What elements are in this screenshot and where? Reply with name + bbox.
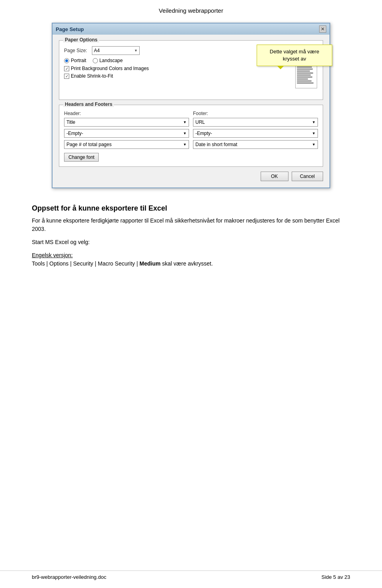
- page-title: Veiledning webrapporter: [0, 0, 382, 19]
- page-size-label: Page Size:: [64, 48, 92, 53]
- footer-left: br9-webrapporter-veiledning.doc: [32, 574, 106, 580]
- engelsk-versjon-label: Engelsk versjon:: [32, 252, 73, 258]
- dialog-area: Dette valget må være krysset av Page Set…: [48, 23, 334, 188]
- print-bg-checkbox-box: ✓: [64, 66, 69, 71]
- dialog-close-button[interactable]: ✕: [319, 25, 326, 33]
- dialog-buttons: OK Cancel: [59, 172, 323, 181]
- header-column: Header: Title ▼ -Empty- ▼ Page # of tota…: [64, 111, 189, 151]
- paragraph-2: Start MS Excel og velg:: [32, 238, 350, 246]
- footer-select-3[interactable]: Date in short format ▼: [193, 140, 318, 149]
- change-font-button[interactable]: Change font: [64, 153, 99, 162]
- shrink-checkbox-box: ✓: [64, 74, 69, 79]
- footer-column-label: Footer:: [193, 111, 318, 116]
- dialog-title: Page Setup: [56, 26, 84, 32]
- header-column-label: Header:: [64, 111, 189, 116]
- chevron-down-icon: ▼: [134, 49, 138, 53]
- paper-options-label: Paper Options: [63, 37, 99, 43]
- landscape-radio-circle: [93, 58, 98, 63]
- portrait-radio-circle: [64, 58, 69, 63]
- header-select-1[interactable]: Title ▼: [64, 118, 189, 127]
- chevron-down-icon: ▼: [312, 143, 316, 147]
- chevron-down-icon: ▼: [183, 131, 187, 135]
- header-select-2[interactable]: -Empty- ▼: [64, 129, 189, 138]
- paragraph-3: Engelsk versjon: Tools | Options | Secur…: [32, 251, 350, 268]
- header-select-3[interactable]: Page # of total pages ▼: [64, 140, 189, 149]
- tooltip-balloon: Dette valget må være krysset av: [257, 45, 332, 66]
- footer-select-2[interactable]: -Empty- ▼: [193, 129, 318, 138]
- page-footer: br9-webrapporter-veiledning.doc Side 5 a…: [0, 570, 382, 580]
- cancel-button[interactable]: Cancel: [292, 172, 323, 181]
- main-content: Oppsett for å kunne eksportere til Excel…: [0, 200, 382, 281]
- chevron-down-icon: ▼: [312, 120, 316, 124]
- ok-button[interactable]: OK: [261, 172, 288, 181]
- portrait-radio[interactable]: Portrait: [64, 58, 86, 63]
- hf-columns: Header: Title ▼ -Empty- ▼ Page # of tota…: [64, 111, 318, 151]
- section-heading: Oppsett for å kunne eksportere til Excel: [32, 204, 350, 213]
- chevron-down-icon: ▼: [183, 120, 187, 124]
- footer-column: Footer: URL ▼ -Empty- ▼ Date in short fo…: [193, 111, 318, 151]
- dialog-titlebar: Page Setup ✕: [53, 23, 329, 35]
- hf-section-label: Headers and Footers: [63, 102, 114, 107]
- footer-right: Side 5 av 23: [322, 574, 350, 580]
- page-size-select[interactable]: A4 ▼: [92, 46, 140, 55]
- footer-select-1[interactable]: URL ▼: [193, 118, 318, 127]
- paragraph-1: For å kunne eksportere ferdigkjørte rapp…: [32, 217, 350, 233]
- landscape-radio[interactable]: Landscape: [93, 58, 123, 63]
- headers-footers-section: Headers and Footers Header: Title ▼ -Emp…: [59, 105, 323, 167]
- preview-thumbnail: [295, 63, 317, 88]
- chevron-down-icon: ▼: [312, 131, 316, 135]
- shrink-checkbox[interactable]: ✓ Enable Shrink-to-Fit: [64, 73, 318, 79]
- chevron-down-icon: ▼: [183, 143, 187, 147]
